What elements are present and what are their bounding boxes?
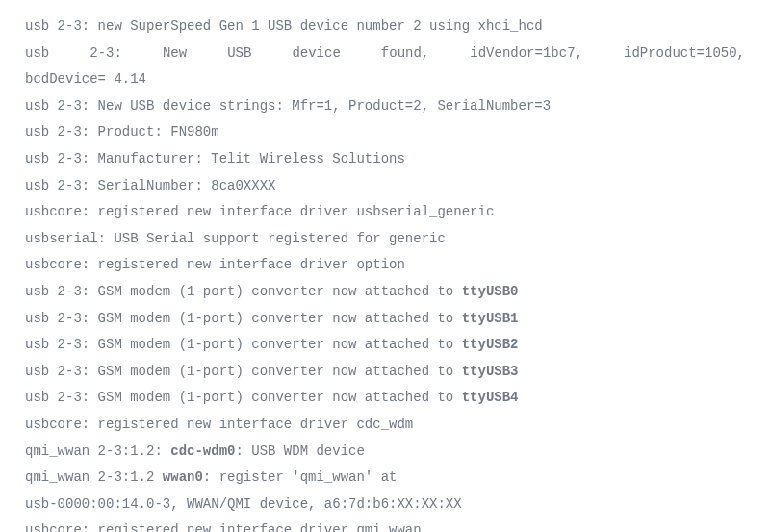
- log-line: usbcore: registered new interface driver…: [25, 252, 745, 279]
- log-text: qmi_wwan 2-3:1.2: [25, 469, 163, 485]
- log-line: usb 2-3: GSM modem (1-port) converter no…: [25, 385, 745, 412]
- wdm-device: cdc-wdm0: [170, 443, 235, 459]
- log-line: usb 2-3: New USB device found, idVendor=…: [25, 40, 745, 67]
- tty-device: ttyUSB0: [462, 284, 519, 299]
- log-line: usb 2-3: GSM modem (1-port) converter no…: [25, 306, 745, 333]
- log-line: usb 2-3: new SuperSpeed Gen 1 USB device…: [25, 13, 745, 40]
- log-line: usb 2-3: New USB device strings: Mfr=1, …: [25, 93, 745, 120]
- tty-device: ttyUSB4: [462, 390, 519, 405]
- log-line: usb 2-3: Product: FN980m: [25, 119, 745, 146]
- log-line: bcdDevice= 4.14: [25, 66, 745, 93]
- tty-device: ttyUSB1: [462, 311, 519, 326]
- log-line: qmi_wwan 2-3:1.2 wwan0: register 'qmi_ww…: [25, 465, 745, 492]
- log-text: : register 'qmi_wwan' at: [203, 469, 398, 485]
- log-line: usbcore: registered new interface driver…: [25, 518, 745, 532]
- log-text: qmi_wwan 2-3:1.2:: [25, 443, 170, 459]
- log-line: usbcore: registered new interface driver…: [25, 412, 745, 439]
- log-line: qmi_wwan 2-3:1.2: cdc-wdm0: USB WDM devi…: [25, 439, 745, 466]
- log-line: usb 2-3: SerialNumber: 8ca0XXXX: [25, 173, 745, 200]
- log-line: usbserial: USB Serial support registered…: [25, 226, 745, 253]
- tty-device: ttyUSB2: [462, 337, 519, 352]
- log-text: usb 2-3: GSM modem (1-port) converter no…: [25, 364, 462, 379]
- log-text: usb 2-3: GSM modem (1-port) converter no…: [25, 390, 462, 405]
- log-line: usb 2-3: Manufacturer: Telit Wireless So…: [25, 146, 745, 173]
- tty-device: ttyUSB3: [462, 364, 519, 379]
- log-text: usb 2-3: GSM modem (1-port) converter no…: [25, 311, 462, 326]
- log-line: usb 2-3: GSM modem (1-port) converter no…: [25, 279, 745, 306]
- log-text: : USB WDM device: [235, 443, 364, 459]
- wwan-device: wwan0: [163, 469, 203, 485]
- log-line: usb 2-3: GSM modem (1-port) converter no…: [25, 332, 745, 359]
- log-line: usb-0000:00:14.0-3, WWAN/QMI device, a6:…: [25, 492, 745, 519]
- log-line: usb 2-3: GSM modem (1-port) converter no…: [25, 359, 745, 386]
- log-text: usb 2-3: GSM modem (1-port) converter no…: [25, 284, 462, 299]
- log-line: usbcore: registered new interface driver…: [25, 199, 745, 226]
- log-text: usb 2-3: GSM modem (1-port) converter no…: [25, 337, 462, 352]
- kernel-log-output: usb 2-3: new SuperSpeed Gen 1 USB device…: [0, 0, 770, 532]
